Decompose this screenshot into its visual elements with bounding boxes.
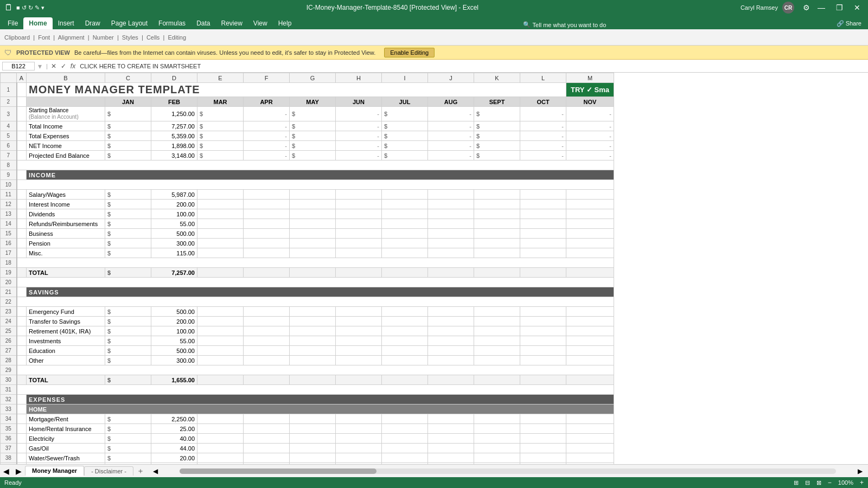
scroll-sheets-right[interactable]: ▶ (12, 467, 25, 476)
income-total-label: TOTAL (27, 268, 105, 278)
status-bar: Ready ⊞ ⊟ ⊠ − 100% + (0, 477, 868, 488)
month-jun: JUN (336, 97, 382, 107)
misc-income-label: Misc. (27, 248, 105, 258)
scroll-right-btn[interactable]: ▶ (858, 467, 863, 475)
tab-insert[interactable]: Insert (53, 17, 80, 29)
title-bar: 🗒 ■ ↺ ↻ ✎ ▾ IC-Money-Manager-Template-85… (0, 0, 868, 15)
row-15: 15 Business $ 500.00 (1, 229, 614, 239)
retirement-label: Retirement (401K, IRA) (27, 326, 105, 336)
restore-button[interactable]: ❐ (833, 3, 846, 12)
enable-editing-button[interactable]: Enable Editing (384, 48, 435, 57)
month-mar: MAR (197, 97, 244, 107)
protected-view-bar: 🛡 PROTECTED VIEW Be careful—files from t… (0, 46, 868, 60)
row-20: 20 (1, 278, 614, 287)
col-header-k: K (474, 73, 520, 83)
tab-draw[interactable]: Draw (80, 17, 106, 29)
col-header-g: G (290, 73, 336, 83)
formula-content: CLICK HERE TO CREATE IN SMARTSHEET (78, 63, 866, 69)
savings-total-label: TOTAL (27, 375, 105, 385)
row-18: 18 (1, 258, 614, 268)
scroll-sheets-left[interactable]: ◀ (0, 467, 12, 476)
ribbon-content: Clipboard | Font | Alignment | Number | … (0, 29, 868, 46)
month-nov: NOV (566, 97, 614, 107)
horizontal-scrollbar[interactable]: ◀ ▶ (153, 467, 863, 475)
col-header-c: C (105, 73, 151, 83)
row-34: 34 Mortgage/Rent $ 2,250.00 (1, 414, 614, 424)
sheet-tabs-bar: ◀ ▶ Money Manager - Disclaimer - ＋ ◀ ▶ (0, 464, 868, 477)
user-name: Caryl Ramsey (741, 4, 778, 11)
formula-bar: ▾ | ✕ ✓ fx CLICK HERE TO CREATE IN SMART… (0, 60, 868, 73)
cell-a2[interactable] (17, 97, 27, 107)
corner-header (1, 73, 17, 83)
col-header-i: I (382, 73, 428, 83)
row-6: 6 NET Income $ 1,898.00 $ - $ - $ - $ - … (1, 141, 614, 151)
tab-page-layout[interactable]: Page Layout (106, 17, 153, 29)
cancel-icon[interactable]: ✕ (51, 62, 56, 70)
protected-view-message: Be careful—files from the Internet can c… (74, 49, 375, 56)
row-29: 29 (1, 365, 614, 375)
month-apr: APR (244, 97, 290, 107)
tab-help[interactable]: Help (273, 17, 297, 29)
share-button[interactable]: 🔗 Share (832, 18, 866, 29)
savings-section-header: SAVINGS (27, 287, 614, 297)
row-37: 37 Gas/Oil $ 44.00 (1, 444, 614, 453)
scrollbar-thumb[interactable] (180, 468, 376, 474)
cell-b2[interactable] (27, 97, 105, 107)
add-sheet-button[interactable]: ＋ (133, 466, 148, 476)
tell-me-input[interactable]: Tell me what you want to do (533, 22, 607, 28)
row-38: 38 Water/Sewer/Trash $ 20.00 (1, 453, 614, 463)
month-jan: JAN (105, 97, 151, 107)
row-17: 17 Misc. $ 115.00 (1, 248, 614, 258)
row-22: 22 (1, 297, 614, 307)
row-14: 14 Refunds/Reimbursements $ 55.00 (1, 219, 614, 229)
row-36: 36 Electricity $ 40.00 (1, 434, 614, 444)
spreadsheet-title: MONEY MANAGER TEMPLATE (27, 83, 566, 97)
zoom-in-btn[interactable]: + (860, 479, 864, 486)
col-header-l: L (520, 73, 566, 83)
tab-data[interactable]: Data (191, 17, 215, 29)
minimize-button[interactable]: — (814, 3, 828, 12)
protected-view-label: PROTECTED VIEW (16, 49, 70, 56)
tab-formulas[interactable]: Formulas (153, 17, 191, 29)
row-21: 21 SAVINGS (1, 287, 614, 297)
income-total-value: 7,257.00 (151, 268, 197, 278)
user-avatar: CR (782, 2, 794, 14)
net-income-label: NET Income (27, 141, 105, 151)
row-8: 8 (1, 160, 614, 170)
page-layout-icon[interactable]: ⊟ (805, 479, 810, 486)
home-insurance-label: Home/Rental Insurance (27, 424, 105, 434)
try-smartsheet-banner[interactable]: TRY ✓ Sma (566, 83, 614, 97)
month-jul: JUL (382, 97, 428, 107)
scrollbar-track (180, 468, 836, 474)
col-header-d: D (151, 73, 197, 83)
row-13: 13 Dividends $ 100.00 (1, 209, 614, 219)
row-35: 35 Home/Rental Insurance $ 25.00 (1, 424, 614, 434)
electricity-label: Electricity (27, 434, 105, 444)
close-button[interactable]: ✕ (851, 3, 864, 12)
tab-home[interactable]: Home (23, 17, 52, 29)
scroll-left-btn[interactable]: ◀ (153, 467, 158, 475)
sheet-tab-money-manager[interactable]: Money Manager (25, 466, 84, 476)
mortgage-rent-label: Mortgage/Rent (27, 414, 105, 424)
col-header-f: F (244, 73, 290, 83)
confirm-icon[interactable]: ✓ (61, 62, 66, 70)
row-27: 27 Education $ 500.00 (1, 346, 614, 356)
row-9: 9 INCOME (1, 170, 614, 180)
tab-review[interactable]: Review (215, 17, 247, 29)
water-sewer-trash-label: Water/Sewer/Trash (27, 453, 105, 463)
title-left: 🗒 ■ ↺ ↻ ✎ ▾ (4, 3, 44, 12)
sheet-tab-disclaimer[interactable]: - Disclaimer - (84, 466, 133, 476)
tab-file[interactable]: File (2, 17, 23, 29)
cell-a1[interactable] (17, 83, 27, 97)
normal-view-icon[interactable]: ⊞ (794, 479, 799, 486)
zoom-out-btn[interactable]: − (828, 479, 832, 486)
ready-status: Ready (4, 479, 22, 486)
emergency-fund-label: Emergency Fund (27, 307, 105, 317)
col-header-e: E (197, 73, 244, 83)
grid-scroll[interactable]: A B C D E F G H I J K L M 1 (0, 73, 868, 464)
page-break-icon[interactable]: ⊠ (816, 479, 821, 486)
row-2: 2 JAN FEB MAR APR MAY JUN JUL AUG SEPT O… (1, 97, 614, 107)
cell-reference[interactable] (2, 62, 35, 70)
tab-view[interactable]: View (248, 17, 273, 29)
row-3: 3 Starting Balance(Balance in Account) $… (1, 107, 614, 121)
